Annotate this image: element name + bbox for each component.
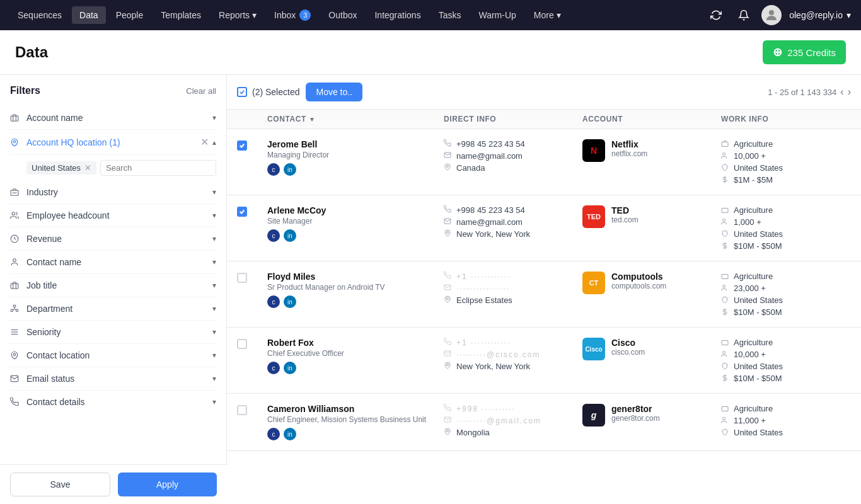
filter-employee-headcount[interactable]: Employee headcount ▾ [10,204,216,227]
nav-people[interactable]: People [108,6,151,24]
checkbox-checked[interactable] [237,207,247,217]
save-button[interactable]: Save [10,472,110,496]
location-icon [721,362,730,371]
select-all-checkbox[interactable] [237,87,247,97]
th-direct-info: Direct info [444,115,582,123]
row-checkbox-4[interactable] [237,338,267,349]
pagination-next[interactable]: › [848,86,851,98]
email-icon [444,350,453,359]
crunchbase-icon[interactable]: c [267,295,280,308]
nav-tasks[interactable]: Tasks [431,6,469,24]
nav-integrations[interactable]: Integrations [367,6,428,24]
filter-revenue[interactable]: Revenue ▾ [10,227,216,251]
checkbox-unchecked[interactable] [237,405,247,415]
filter-remove-icon[interactable]: ✕ [200,136,209,148]
work-info-4: Agriculture 10,000 + United States $10M … [721,338,861,383]
linkedin-icon[interactable]: in [284,428,296,440]
revenue-icon [10,234,20,244]
location-search-input[interactable] [100,160,216,176]
refresh-icon[interactable] [706,5,726,25]
contact-location-icon [10,350,20,360]
filter-department[interactable]: Department ▾ [10,297,216,321]
location-value: Mongolia [456,428,490,437]
checkbox-checked[interactable] [237,140,247,151]
linkedin-icon[interactable]: in [284,295,296,308]
credits-button[interactable]: ⊕ 235 Credits [763,40,846,64]
company-domain: netflix.com [611,149,647,158]
location-icon [721,428,730,437]
row-checkbox-3[interactable] [237,272,267,283]
nav-templates[interactable]: Templates [153,6,209,24]
nav-data[interactable]: Data [72,6,106,24]
chevron-icon: ▾ [212,234,216,243]
nav-more[interactable]: More ▾ [526,6,569,24]
filter-email-status[interactable]: Email status ▾ [10,367,216,391]
filter-account-hq-location[interactable]: Account HQ location (1) ✕ ▴ [10,130,216,155]
apply-button[interactable]: Apply [118,472,217,496]
nav-sequences[interactable]: Sequences [10,6,69,24]
credits-label: 235 Credits [787,47,836,58]
filter-controls: ✕ ▴ [200,136,216,148]
filter-contact-details[interactable]: Contact details ▾ [10,391,216,413]
social-icons: c in [267,295,444,308]
filter-contact-name[interactable]: Contact name ▾ [10,251,216,274]
contact-title: Site Manager [267,217,444,226]
company-name: Cisco [611,338,645,348]
location-tag-remove[interactable]: ✕ [84,163,91,173]
user-email: oleg@reply.io [789,10,843,20]
chevron-icon: ▾ [212,188,216,197]
user-menu[interactable]: oleg@reply.io ▾ [789,10,851,20]
svg-point-28 [723,285,725,287]
svg-point-20 [723,152,725,155]
industry-icon [721,338,730,347]
phone-value: +998 45 223 43 54 [456,205,525,215]
row-checkbox-5[interactable] [237,404,267,415]
nav-reports[interactable]: Reports ▾ [211,6,264,24]
crunchbase-icon[interactable]: c [267,362,280,374]
filter-seniority[interactable]: Seniority ▾ [10,321,216,344]
bell-icon[interactable] [734,5,754,25]
move-to-button[interactable]: Move to.. [306,83,362,101]
headcount-value: 10,000 + [734,151,766,161]
work-info-3: Agriculture 23,000 + United States $10M … [721,272,861,317]
email-icon [444,416,453,425]
account-details: gener8tor gener8tor.com [611,404,660,423]
building-icon [10,113,20,123]
row-checkbox-2[interactable] [237,205,267,217]
sort-icon[interactable]: ▼ [309,116,316,123]
toolbar-left: (2) Selected Move to.. [237,83,362,101]
revenue-value: $1M - $5M [734,175,773,185]
nav-outbox[interactable]: Outbox [321,6,364,24]
linkedin-icon[interactable]: in [284,362,296,374]
filter-job-title-label: Job title [26,280,57,290]
toolbar-right: 1 - 25 of 1 143 334 ‹ › [768,86,851,98]
crunchbase-icon[interactable]: c [267,428,280,440]
location-row: Canada [444,163,582,173]
pagination-prev[interactable]: ‹ [840,86,843,98]
dollar-icon [721,242,730,251]
filter-account-name[interactable]: Account name ▾ [10,106,216,130]
filter-job-title[interactable]: Job title ▾ [10,274,216,297]
checkbox-unchecked[interactable] [237,339,247,349]
clear-all-button[interactable]: Clear all [186,86,216,96]
location-tag-us: United States ✕ [26,161,96,175]
nav-warmup[interactable]: Warm-Up [471,6,523,24]
direct-info-1: +998 45 223 43 54 name@gmail.com Canada [444,139,582,173]
row-checkbox-1[interactable] [237,139,267,151]
filter-industry[interactable]: Industry ▾ [10,181,216,204]
social-icons: c in [267,362,444,374]
contact-name: Robert Fox [267,338,444,348]
nav-inbox[interactable]: Inbox 3 [267,6,318,25]
dollar-icon [721,308,730,317]
email-value-blurred: ·········@gmail.com [456,416,541,425]
linkedin-icon[interactable]: in [284,229,296,242]
filter-contact-location[interactable]: Contact location ▾ [10,344,216,367]
contact-info-1: Jerome Bell Managing Director c in [267,139,444,176]
crunchbase-icon[interactable]: c [267,163,280,176]
linkedin-icon[interactable]: in [284,163,296,176]
checkbox-unchecked[interactable] [237,273,247,283]
avatar[interactable] [761,5,782,25]
dollar-icon [721,176,730,185]
svg-point-26 [447,298,449,300]
crunchbase-icon[interactable]: c [267,229,280,242]
